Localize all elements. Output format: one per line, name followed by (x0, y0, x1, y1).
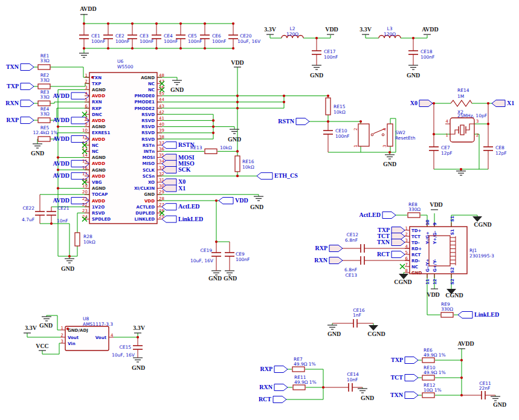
net-flag-AVDD[interactable]: AVDD (53, 92, 89, 100)
wire[interactable] (27, 333, 60, 337)
component-RE15[interactable]: RE1510kΩ (326, 98, 346, 115)
gnd-symbol[interactable]: GND (310, 65, 323, 79)
power-symbol-VDD[interactable]: VDD (231, 59, 244, 67)
power-symbol-3.3V[interactable]: 3.3V (133, 325, 146, 333)
gnd-symbol[interactable] (79, 53, 89, 57)
net-flag-RXP[interactable]: RXP (260, 366, 288, 373)
component-CE16[interactable]: CE161nF (332, 308, 373, 328)
gnd-symbol[interactable]: GND (228, 129, 241, 143)
net-flag-TXN[interactable]: TXN (6, 63, 34, 71)
component-CE1[interactable]: CE1100nF (79, 24, 105, 48)
gnd-symbol[interactable]: GND (383, 155, 396, 167)
component-CE11[interactable]: CE1122nF (462, 381, 495, 399)
component-RE16[interactable]: RE1610kΩ (235, 156, 254, 172)
component-CE20[interactable]: CE2010uF, 16V (228, 24, 261, 48)
component-CE5[interactable]: CE5100nF (176, 24, 202, 48)
net-flag-RXP[interactable]: RXP (315, 245, 343, 252)
wire[interactable] (366, 34, 379, 38)
gnd-symbol[interactable]: GND (31, 144, 44, 157)
net-flag-RXN[interactable]: RXN (5, 100, 34, 107)
component-CE6[interactable]: CE6100nF (200, 24, 226, 48)
wire[interactable] (69, 246, 77, 256)
wire[interactable] (270, 34, 282, 38)
net-flag-RSTN[interactable]: RSTN (278, 118, 309, 125)
component-RE9[interactable]: RE9330Ω (441, 302, 453, 317)
power-symbol-VDD[interactable]: VDD (325, 26, 338, 34)
component-CE7[interactable]: CE712pF (429, 103, 453, 169)
wire[interactable] (50, 83, 89, 86)
wire[interactable] (50, 102, 89, 103)
component-X2[interactable]: X225MHz, 10pF4312 (445, 109, 487, 142)
ic-U6[interactable]: U6W55001TXN2TXP3AGND4AVDD5RXN6RXP7DNC8AV… (82, 59, 164, 224)
ic-U8[interactable]: U8AMS1117-3.31GND/ADJ2Vout3Vin4Vout (60, 316, 114, 351)
gnd-symbol[interactable]: GND (327, 325, 341, 337)
component-CE15[interactable]: CE1510uF, 16V (112, 337, 143, 358)
component-CE22[interactable]: CE224.7uF (22, 195, 45, 224)
component-RE13[interactable]: RE1310kΩ (190, 145, 232, 153)
gnd-symbol[interactable]: GND (491, 396, 506, 408)
gnd-symbol[interactable] (456, 171, 466, 175)
net-flag-TXN[interactable]: TXN (377, 239, 405, 246)
gnd-symbol[interactable]: GND (170, 80, 184, 93)
power-symbol-VDD[interactable]: VDD (427, 289, 440, 298)
gnd-symbol[interactable]: GND (61, 259, 74, 272)
component-CE3[interactable]: CE3100nF (127, 24, 153, 48)
gnd-symbol[interactable]: GND (358, 389, 374, 401)
gnd-symbol[interactable]: GND (39, 317, 53, 329)
component-CE2[interactable]: CE2100nF (103, 24, 129, 48)
net-flag-LinkLED[interactable]: LinkLED (162, 216, 203, 223)
component-CE14[interactable]: CE1410nF (323, 372, 363, 392)
power-symbol-3.3V[interactable]: 3.3V (359, 26, 372, 34)
net-flag-RXN[interactable]: RXN (259, 384, 288, 391)
component-CE17[interactable]: CE17100nF (312, 38, 338, 65)
net-flag-VDD[interactable]: VDD (219, 197, 248, 204)
component-CE18[interactable]: CE18100nF (408, 38, 434, 65)
component-CE19[interactable]: CE1910uF, 16V (190, 242, 221, 271)
net-flag-TXP[interactable]: TXP (391, 357, 418, 364)
component-CE10[interactable]: CE10100nF (323, 121, 349, 152)
net-flag-TXN[interactable]: TXN (390, 392, 418, 399)
power-symbol-AVDD[interactable]: AVDD (80, 5, 97, 15)
net-flag-RCT[interactable]: RCT (377, 251, 405, 258)
cgnd-symbol[interactable]: CGND (445, 289, 463, 299)
gnd-symbol[interactable]: GND (208, 271, 222, 282)
gnd-symbol[interactable]: GND (132, 358, 145, 371)
component-CE13[interactable]: CE136.8nF (343, 256, 410, 278)
component-CE4[interactable]: CE4100nF (152, 24, 178, 48)
net-flag-RCT[interactable]: RCT (259, 396, 286, 403)
component-SW2[interactable]: 2143SW2ResetEth (353, 124, 416, 147)
component-R28[interactable]: R2810kΩ (75, 233, 95, 246)
net-flag-RXN[interactable]: RXN (314, 257, 343, 264)
component-RE2[interactable]: RE233Ω (38, 73, 50, 89)
net-flag-X1[interactable]: X1 (492, 100, 514, 107)
gnd-symbol[interactable]: GND (224, 271, 237, 282)
component-RE14[interactable]: RE141M (451, 88, 472, 106)
cgnd-symbol[interactable]: CGND (472, 216, 492, 228)
component-RE8[interactable]: RE8330Ω (408, 202, 421, 218)
cgnd-symbol[interactable]: CGND (394, 274, 411, 285)
net-flag-ETH_CS[interactable]: ETH_CS (257, 172, 298, 179)
power-symbol-AVDD[interactable]: AVDD (422, 26, 439, 34)
power-symbol-VDD[interactable]: VDD (430, 201, 443, 210)
component-RE3[interactable]: RE333Ω (38, 89, 50, 106)
net-flag-ActLED[interactable]: ActLED (359, 212, 396, 219)
component-L2[interactable]: L2120Ω (282, 26, 303, 38)
net-flag-RXP[interactable]: RXP (6, 117, 34, 124)
net-flag-X0[interactable]: X0 (410, 100, 433, 107)
power-symbol-AVDD[interactable]: AVDD (457, 340, 474, 349)
gnd-symbol[interactable]: GND (407, 65, 420, 79)
component-RE4[interactable]: RE433Ω (38, 106, 50, 123)
net-flag-LinkLED[interactable]: LinkLED (458, 311, 499, 318)
component-CE9[interactable]: CE9100nF (225, 242, 250, 271)
net-flag-X1[interactable]: X1 (162, 185, 185, 192)
wire[interactable] (474, 134, 479, 169)
power-symbol-VCC[interactable]: VCC (36, 343, 49, 351)
net-flag-TCT[interactable]: TCT (390, 374, 418, 381)
net-flag-ActLED[interactable]: ActLED (162, 203, 200, 210)
net-flag-TXP[interactable]: TXP (7, 83, 34, 90)
component-RE1[interactable]: RE133Ω (38, 53, 50, 69)
net-flag-AVDD[interactable]: AVDD (53, 117, 89, 124)
net-flag-SCK[interactable]: SCK (162, 166, 191, 173)
power-symbol-3.3V[interactable]: 3.3V (264, 26, 277, 34)
power-symbol-3.3V[interactable]: 3.3V (24, 325, 37, 333)
